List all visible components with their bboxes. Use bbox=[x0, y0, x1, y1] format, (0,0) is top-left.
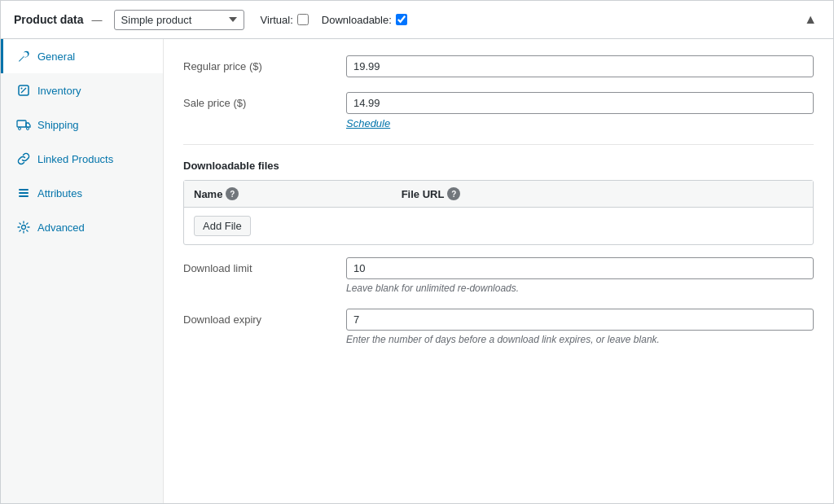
sidebar-advanced-label: Advanced bbox=[37, 221, 85, 234]
virtual-checkbox[interactable] bbox=[297, 14, 309, 25]
sidebar-item-advanced[interactable]: Advanced bbox=[1, 210, 163, 244]
attributes-icon bbox=[16, 186, 31, 200]
add-file-button[interactable]: Add File bbox=[194, 216, 251, 236]
download-limit-help: Leave blank for unlimited re-downloads. bbox=[346, 283, 814, 294]
download-expiry-input-wrap: Enter the number of days before a downlo… bbox=[346, 309, 814, 345]
truck-icon bbox=[16, 117, 31, 132]
product-data-panel: Product data — Simple product Virtual: D… bbox=[0, 0, 834, 504]
product-data-title: Product data bbox=[14, 13, 84, 26]
sale-price-input-wrap: Schedule bbox=[346, 92, 814, 129]
schedule-link[interactable]: Schedule bbox=[346, 117, 390, 129]
regular-price-label: Regular price ($) bbox=[183, 55, 346, 72]
col-name-label: Name bbox=[194, 188, 222, 200]
regular-price-input[interactable] bbox=[346, 55, 814, 77]
sale-price-label: Sale price ($) bbox=[183, 92, 346, 109]
sidebar-item-linked-products[interactable]: Linked Products bbox=[1, 142, 163, 176]
sidebar: General Inventory bbox=[1, 39, 164, 503]
svg-point-5 bbox=[27, 128, 29, 130]
sidebar-item-shipping[interactable]: Shipping bbox=[1, 107, 163, 142]
header-separator: — bbox=[92, 14, 103, 26]
sidebar-item-inventory[interactable]: Inventory bbox=[1, 73, 163, 107]
sidebar-item-general[interactable]: General bbox=[1, 39, 163, 73]
sale-price-row: Sale price ($) Schedule bbox=[183, 92, 814, 129]
download-expiry-help: Enter the number of days before a downlo… bbox=[346, 334, 814, 345]
col-url: File URL ? bbox=[402, 187, 803, 200]
virtual-option[interactable]: Virtual: bbox=[261, 14, 309, 26]
sidebar-item-attributes[interactable]: Attributes bbox=[1, 176, 163, 210]
downloadable-option[interactable]: Downloadable: bbox=[322, 14, 407, 26]
collapse-button[interactable]: ▲ bbox=[801, 9, 820, 30]
download-limit-row: Download limit Leave blank for unlimited… bbox=[183, 257, 814, 294]
downloadable-files-header: Name ? File URL ? bbox=[184, 181, 813, 208]
product-type-select[interactable]: Simple product bbox=[114, 10, 244, 30]
col-name: Name ? bbox=[194, 187, 395, 200]
svg-point-1 bbox=[21, 88, 23, 90]
tag-icon bbox=[16, 83, 31, 98]
downloadable-files-heading: Downloadable files bbox=[183, 160, 814, 172]
section-divider bbox=[183, 144, 814, 145]
wrench-icon bbox=[16, 49, 31, 64]
url-help-icon[interactable]: ? bbox=[447, 187, 460, 200]
svg-rect-6 bbox=[19, 189, 29, 191]
download-limit-input-wrap: Leave blank for unlimited re-downloads. bbox=[346, 257, 814, 294]
sidebar-inventory-label: Inventory bbox=[37, 85, 81, 97]
svg-rect-8 bbox=[19, 195, 29, 197]
product-data-header: Product data — Simple product Virtual: D… bbox=[1, 1, 833, 39]
download-expiry-input[interactable] bbox=[346, 309, 814, 331]
sidebar-general-label: General bbox=[37, 50, 75, 63]
sale-price-input[interactable] bbox=[346, 92, 814, 114]
download-expiry-row: Download expiry Enter the number of days… bbox=[183, 309, 814, 345]
gear-icon bbox=[16, 220, 31, 234]
regular-price-row: Regular price ($) bbox=[183, 55, 814, 77]
download-expiry-label: Download expiry bbox=[183, 309, 346, 326]
sidebar-linked-products-label: Linked Products bbox=[37, 153, 113, 165]
product-data-body: General Inventory bbox=[1, 39, 833, 503]
col-url-label: File URL bbox=[402, 188, 445, 200]
svg-point-4 bbox=[19, 128, 21, 130]
virtual-label: Virtual: bbox=[261, 14, 293, 26]
download-limit-label: Download limit bbox=[183, 257, 346, 274]
svg-rect-7 bbox=[19, 192, 29, 194]
svg-rect-3 bbox=[17, 121, 26, 127]
add-file-row: Add File bbox=[184, 208, 813, 244]
link-icon bbox=[16, 151, 31, 166]
sidebar-attributes-label: Attributes bbox=[37, 187, 82, 199]
regular-price-input-wrap bbox=[346, 55, 814, 77]
downloadable-label: Downloadable: bbox=[322, 14, 392, 26]
main-content: Regular price ($) Sale price ($) Schedul… bbox=[164, 39, 833, 503]
downloadable-checkbox[interactable] bbox=[396, 14, 407, 25]
download-limit-input[interactable] bbox=[346, 257, 814, 279]
name-help-icon[interactable]: ? bbox=[226, 187, 239, 200]
sidebar-shipping-label: Shipping bbox=[37, 119, 79, 131]
header-options: Virtual: Downloadable: bbox=[261, 14, 407, 26]
downloadable-files-table: Name ? File URL ? Add File bbox=[183, 180, 814, 245]
svg-point-9 bbox=[22, 226, 26, 230]
